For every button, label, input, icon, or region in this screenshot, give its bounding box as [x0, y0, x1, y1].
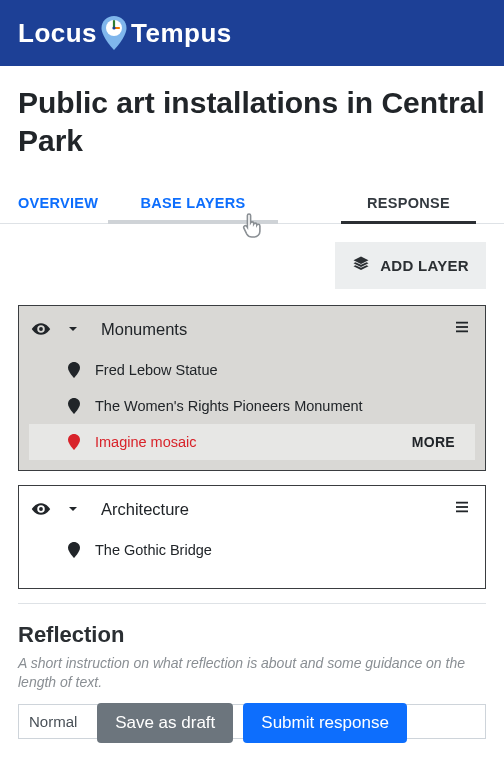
layer-item-label: The Gothic Bridge — [95, 542, 212, 558]
layer-card-monuments: Monuments Fred Lebow Statue The Women's — [18, 305, 486, 471]
svg-rect-8 — [456, 506, 468, 508]
layer-menu-button[interactable] — [449, 318, 475, 340]
visibility-toggle[interactable] — [31, 319, 51, 339]
logo-text-right: Tempus — [131, 18, 232, 49]
submit-response-button[interactable]: Submit response — [243, 703, 407, 743]
visibility-toggle[interactable] — [31, 499, 51, 519]
collapse-toggle[interactable] — [63, 499, 83, 519]
layer-title: Architecture — [101, 500, 437, 519]
map-pin-icon — [67, 542, 81, 558]
map-pin-icon — [67, 434, 81, 450]
section-divider — [18, 603, 486, 604]
reflection-hint: A short instruction on what reflection i… — [18, 654, 486, 692]
layer-menu-button[interactable] — [449, 498, 475, 520]
app-topbar: Locus Tempus — [0, 0, 504, 66]
layer-item[interactable]: The Gothic Bridge — [19, 532, 485, 568]
format-dropdown-label: Normal — [29, 713, 77, 730]
layer-item-selected[interactable]: Imagine mosaic MORE — [29, 424, 475, 460]
layer-header: Architecture — [19, 486, 485, 532]
layer-item[interactable]: The Women's Rights Pioneers Monument — [19, 388, 485, 424]
layer-header: Monuments — [19, 306, 485, 352]
page-content: Public art installations in Central Park… — [0, 66, 504, 765]
page-title: Public art installations in Central Park — [18, 84, 486, 159]
add-layer-button[interactable]: ADD LAYER — [335, 242, 486, 289]
layer-items: The Gothic Bridge — [19, 532, 485, 588]
layer-item-label: Fred Lebow Statue — [95, 362, 218, 378]
layer-item[interactable]: Fred Lebow Statue — [19, 352, 485, 388]
tab-overview[interactable]: OVERVIEW — [18, 185, 108, 223]
layer-title: Monuments — [101, 320, 437, 339]
reflection-heading: Reflection — [18, 622, 486, 648]
map-pin-icon — [100, 16, 128, 50]
layer-item-label: The Women's Rights Pioneers Monument — [95, 398, 363, 414]
layer-card-architecture: Architecture The Gothic Bridge — [18, 485, 486, 589]
svg-point-1 — [112, 26, 115, 29]
base-layers-panel: ADD LAYER Monuments — [0, 224, 504, 765]
save-draft-button[interactable]: Save as draft — [97, 703, 233, 743]
collapse-toggle[interactable] — [63, 319, 83, 339]
map-pin-icon — [67, 398, 81, 414]
svg-point-6 — [39, 507, 43, 511]
svg-rect-7 — [456, 502, 468, 504]
add-layer-label: ADD LAYER — [380, 257, 469, 274]
tab-response[interactable]: RESPONSE — [341, 185, 476, 223]
map-pin-icon — [67, 362, 81, 378]
layer-items: Fred Lebow Statue The Women's Rights Pio… — [19, 352, 485, 470]
app-logo: Locus Tempus — [18, 16, 232, 50]
format-dropdown[interactable]: Normal — [29, 713, 77, 730]
layer-item-label: Imagine mosaic — [95, 434, 398, 450]
item-more-button[interactable]: MORE — [412, 434, 461, 450]
svg-rect-5 — [456, 330, 468, 332]
svg-rect-4 — [456, 326, 468, 328]
logo-text-left: Locus — [18, 18, 97, 49]
layers-icon — [352, 255, 370, 276]
svg-rect-9 — [456, 510, 468, 512]
tab-base-layers[interactable]: BASE LAYERS — [108, 185, 278, 223]
svg-rect-3 — [456, 322, 468, 324]
tab-bar: OVERVIEW BASE LAYERS RESPONSE — [0, 185, 504, 224]
svg-point-2 — [39, 327, 43, 331]
